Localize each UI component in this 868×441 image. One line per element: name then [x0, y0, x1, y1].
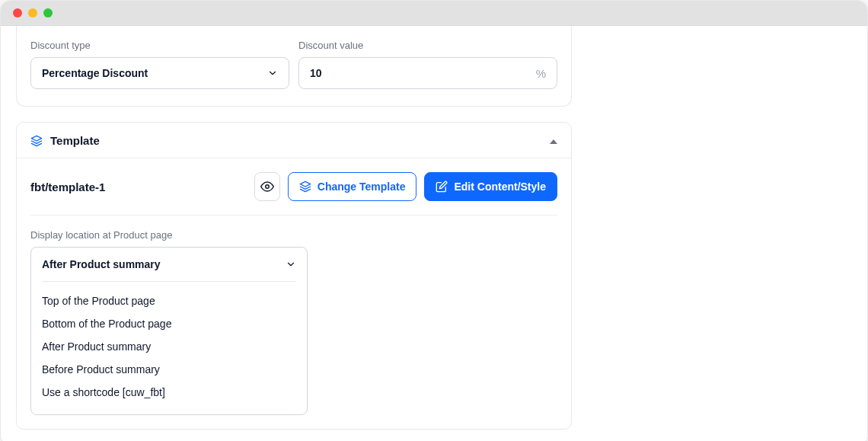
- discount-value-label: Discount value: [298, 40, 557, 51]
- layers-icon: [30, 134, 43, 146]
- display-location-option[interactable]: Before Product summary: [42, 358, 296, 381]
- discount-type-select[interactable]: Percentage Discount: [30, 57, 289, 89]
- display-location-option[interactable]: Bottom of the Product page: [42, 312, 296, 335]
- display-location-dropdown[interactable]: After Product summary Top of the Product…: [30, 247, 308, 415]
- eye-icon: [260, 180, 274, 193]
- collapse-icon[interactable]: [550, 133, 557, 147]
- svg-marker-0: [31, 136, 41, 141]
- template-section-title: Template: [50, 134, 100, 147]
- template-path: fbt/template-1: [30, 181, 247, 193]
- window-titlebar: [1, 1, 867, 26]
- window-maximize-dot[interactable]: [43, 8, 53, 18]
- percent-suffix: %: [536, 67, 546, 80]
- edit-content-style-label: Edit Content/Style: [454, 181, 546, 193]
- discount-type-value: Percentage Discount: [42, 67, 267, 79]
- display-location-option[interactable]: After Product summary: [42, 335, 296, 358]
- svg-point-1: [266, 185, 270, 189]
- preview-button[interactable]: [254, 172, 280, 201]
- discount-value-input[interactable]: 10 %: [298, 57, 557, 89]
- edit-icon: [436, 181, 448, 193]
- change-template-button[interactable]: Change Template: [288, 172, 417, 201]
- display-location-option-list: Top of the Product page Bottom of the Pr…: [31, 282, 307, 414]
- change-template-label: Change Template: [318, 181, 406, 193]
- app-window: Discount type Percentage Discount Discou…: [0, 0, 868, 441]
- layers-icon: [299, 181, 311, 193]
- discount-value-text: 10: [310, 67, 536, 79]
- display-location-selected: After Product summary: [42, 258, 161, 270]
- edit-content-style-button[interactable]: Edit Content/Style: [424, 172, 557, 201]
- template-header[interactable]: Template: [17, 123, 571, 158]
- window-minimize-dot[interactable]: [28, 8, 37, 18]
- display-location-option[interactable]: Use a shortcode [cuw_fbt]: [42, 381, 296, 404]
- svg-marker-2: [300, 181, 310, 187]
- chevron-down-icon: [267, 68, 278, 78]
- discount-type-label: Discount type: [30, 40, 289, 51]
- content-area: Discount type Percentage Discount Discou…: [1, 26, 867, 441]
- display-location-option[interactable]: Top of the Product page: [42, 289, 296, 312]
- chevron-down-icon: [286, 259, 296, 270]
- window-close-dot[interactable]: [13, 8, 22, 18]
- display-location-label: Display location at Product page: [30, 229, 557, 241]
- discount-card: Discount type Percentage Discount Discou…: [16, 26, 572, 107]
- template-card: Template fbt/template-1: [16, 122, 572, 430]
